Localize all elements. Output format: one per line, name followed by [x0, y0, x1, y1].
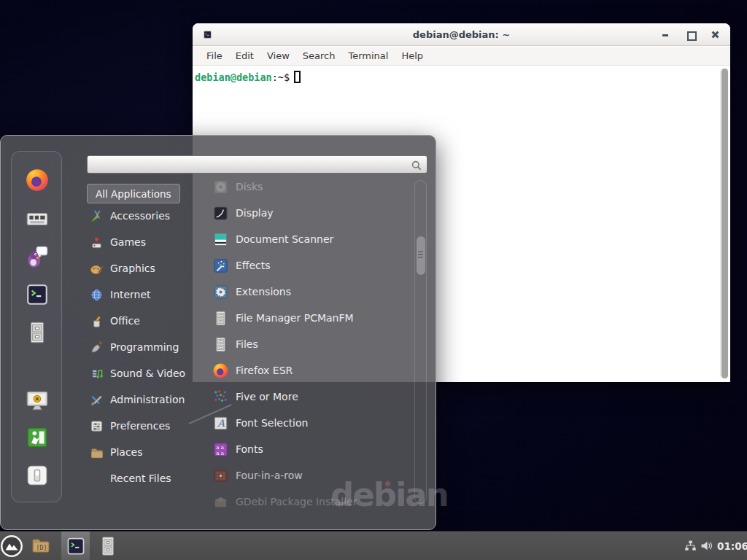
category-sound-video[interactable]: Sound & Video — [90, 364, 199, 383]
extensions-icon — [212, 284, 229, 300]
volume-icon[interactable] — [700, 540, 713, 552]
app-item-four-in-a-row[interactable]: Four-in-a-row — [212, 466, 409, 485]
clock[interactable]: 01:06 — [717, 532, 747, 560]
terminal-scrollbar-thumb[interactable] — [721, 69, 728, 378]
app-item-files[interactable]: Files — [212, 335, 409, 354]
app-item-label: Four-in-a-row — [236, 470, 303, 481]
category-places[interactable]: Places — [90, 443, 199, 462]
favorite-firefox-button[interactable] — [25, 168, 50, 192]
favorite-file-manager-button[interactable] — [25, 320, 50, 345]
favorites-sidebar — [11, 151, 62, 502]
recent-files-spacer — [90, 472, 104, 486]
fonts-icon — [212, 441, 229, 458]
menu-help[interactable]: Help — [395, 48, 430, 63]
menu-terminal[interactable]: Terminal — [341, 48, 395, 63]
menu-file[interactable]: File — [200, 48, 229, 63]
office-icon — [90, 314, 104, 328]
places-icon — [90, 446, 104, 459]
category-games[interactable]: Games — [90, 233, 199, 252]
document-scanner-icon — [212, 231, 229, 248]
gdebi-icon — [212, 494, 229, 510]
app-item-font-selection[interactable]: Font Selection — [212, 413, 409, 432]
search-input[interactable] — [92, 158, 406, 171]
close-icon[interactable] — [711, 30, 720, 39]
app-item-effects[interactable]: Effects — [212, 256, 409, 275]
terminal-cursor — [294, 71, 301, 83]
category-administration[interactable]: Administration — [90, 390, 199, 409]
category-label: Games — [110, 236, 146, 248]
app-list-scrollbar-thumb[interactable] — [417, 236, 425, 275]
prompt-user-host: debian@debian — [195, 71, 272, 83]
effects-icon — [212, 257, 229, 274]
menu-button[interactable] — [0, 534, 23, 558]
app-item-label: Document Scanner — [236, 233, 333, 245]
app-item-fonts[interactable]: Fonts — [212, 440, 409, 459]
app-item-firefox-esr[interactable]: Firefox ESR — [212, 361, 409, 380]
internet-icon — [90, 288, 104, 302]
category-label: Recent Files — [110, 472, 171, 484]
taskbar-terminal-window-button[interactable] — [61, 532, 90, 560]
menu-search[interactable]: Search — [296, 48, 342, 63]
app-item-label: Disks — [236, 181, 263, 192]
app-list-scrollbar[interactable] — [414, 180, 427, 504]
terminal-window-icon — [203, 30, 212, 39]
app-item-label: GDebi Package Installer — [236, 496, 357, 508]
menu-view[interactable]: View — [260, 48, 296, 63]
desktop-folder-button[interactable] — [30, 535, 52, 557]
minimize-icon[interactable] — [661, 30, 670, 39]
category-label: Graphics — [110, 262, 155, 274]
app-item-gdebi-package-installer[interactable]: GDebi Package Installer — [212, 492, 409, 511]
category-label: Accessories — [110, 210, 170, 222]
category-graphics[interactable]: Graphics — [90, 259, 199, 278]
application-menu: debian All Applications Accessories — [0, 135, 436, 530]
category-label: Administration — [110, 394, 185, 405]
disks-icon — [212, 179, 229, 195]
display-icon — [212, 205, 229, 222]
category-preferences[interactable]: Preferences — [90, 416, 199, 435]
category-all-applications[interactable]: All Applications — [87, 184, 180, 203]
app-item-label: Five or More — [236, 391, 298, 402]
category-programming[interactable]: Programming — [90, 338, 199, 357]
category-internet[interactable]: Internet — [90, 285, 199, 304]
font-selection-icon — [212, 415, 229, 432]
taskbar: 01:06 — [0, 531, 747, 560]
games-icon — [90, 236, 104, 249]
category-label: Programming — [110, 341, 179, 353]
programming-icon — [90, 341, 104, 354]
menu-edit[interactable]: Edit — [229, 48, 260, 63]
files-icon — [212, 336, 229, 353]
category-recent-files[interactable]: Recent Files — [90, 469, 199, 488]
four-in-a-row-icon — [212, 467, 229, 484]
search-box[interactable] — [87, 155, 427, 174]
maximize-icon[interactable] — [686, 30, 695, 39]
favorite-keyboard-settings-button[interactable] — [25, 206, 50, 231]
shut-down-button[interactable] — [25, 463, 50, 488]
app-item-label: Fonts — [236, 443, 263, 455]
category-label: Places — [110, 446, 143, 458]
app-item-extensions[interactable]: Extensions — [212, 282, 409, 301]
app-item-file-manager-pcmanfm[interactable]: File Manager PCManFM — [212, 308, 409, 327]
app-item-label: Effects — [236, 260, 271, 271]
prompt-path: :~$ — [272, 71, 290, 83]
log-out-button[interactable] — [25, 425, 50, 450]
category-accessories[interactable]: Accessories — [90, 206, 199, 225]
terminal-title: debian@debian: ~ — [193, 29, 730, 40]
terminal-scrollbar[interactable] — [720, 68, 729, 379]
terminal-titlebar[interactable]: debian@debian: ~ — [193, 23, 730, 46]
app-item-document-scanner[interactable]: Document Scanner — [212, 230, 409, 249]
favorite-chat-button[interactable] — [25, 244, 50, 269]
app-item-disks[interactable]: Disks — [212, 177, 409, 196]
app-item-label: Extensions — [236, 286, 291, 298]
app-item-label: Display — [236, 207, 274, 219]
network-icon[interactable] — [684, 540, 697, 552]
app-item-five-or-more[interactable]: Five or More — [212, 387, 409, 406]
favorite-terminal-button[interactable] — [25, 282, 50, 307]
lock-screen-button[interactable] — [25, 388, 50, 413]
category-office[interactable]: Office — [90, 311, 199, 330]
terminal-prompt-line: debian@debian:~$ — [193, 66, 730, 83]
app-item-display[interactable]: Display — [212, 203, 409, 222]
category-label: Sound & Video — [110, 368, 185, 379]
accessories-icon — [90, 209, 104, 223]
preferences-icon — [90, 419, 104, 433]
taskbar-file-manager-button[interactable] — [97, 535, 119, 557]
